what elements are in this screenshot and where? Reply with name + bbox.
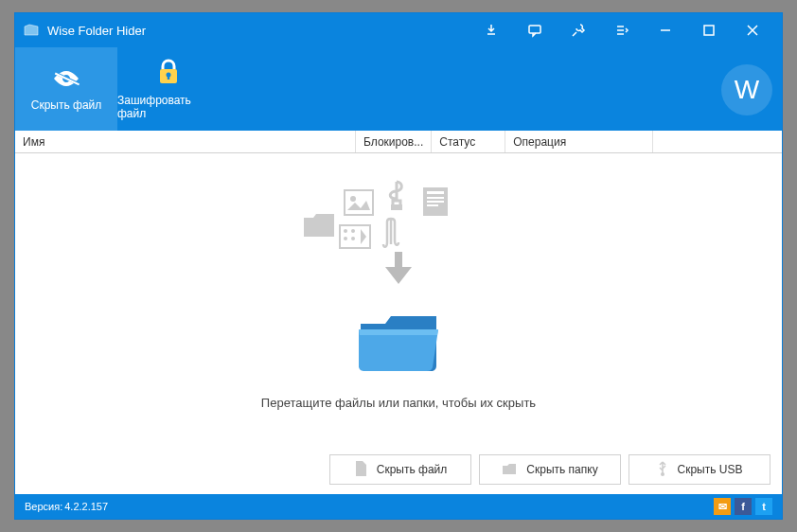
pin-icon[interactable] bbox=[469, 13, 513, 47]
tab-hide-file[interactable]: Скрыть файл bbox=[15, 47, 117, 131]
col-name[interactable]: Имя bbox=[15, 131, 356, 152]
button-label: Скрыть папку bbox=[526, 463, 597, 476]
svg-rect-11 bbox=[427, 197, 444, 199]
arrow-down-icon bbox=[380, 250, 417, 290]
mail-icon[interactable]: ✉ bbox=[714, 498, 731, 515]
button-label: Скрыть файл bbox=[377, 463, 448, 476]
svg-point-17 bbox=[344, 237, 347, 240]
statusbar: Версия: 4.2.2.157 ✉ f t bbox=[15, 494, 782, 519]
drop-area[interactable]: Перетащите файлы или папки, чтобы их скр… bbox=[15, 153, 782, 494]
svg-rect-6 bbox=[168, 76, 169, 80]
main-area: Перетащите файлы или папки, чтобы их скр… bbox=[15, 153, 782, 494]
bottom-buttons: Скрыть файл Скрыть папку Скрыть USB bbox=[329, 454, 770, 485]
svg-rect-7 bbox=[345, 190, 373, 215]
button-label: Скрыть USB bbox=[678, 463, 743, 476]
file-icon bbox=[354, 461, 367, 479]
svg-point-15 bbox=[344, 229, 347, 233]
social-links: ✉ f t bbox=[714, 498, 772, 515]
tab-encrypt-file[interactable]: Зашифровать файл bbox=[117, 47, 220, 131]
menu-icon[interactable] bbox=[600, 13, 644, 47]
column-headers: Имя Блокиров... Статус Операция bbox=[15, 131, 782, 153]
hide-folder-button[interactable]: Скрыть папку bbox=[479, 454, 621, 485]
svg-point-18 bbox=[351, 237, 355, 240]
svg-point-19 bbox=[661, 472, 664, 476]
version-value: 4.2.2.157 bbox=[64, 501, 108, 512]
hide-file-button[interactable]: Скрыть файл bbox=[329, 454, 471, 485]
hide-usb-button[interactable]: Скрыть USB bbox=[629, 454, 770, 485]
tools-icon[interactable] bbox=[557, 13, 600, 47]
app-icon bbox=[23, 22, 40, 39]
brand-logo: W bbox=[721, 64, 772, 115]
usb-icon bbox=[657, 461, 668, 479]
app-window: Wise Folder Hider Скрыть файл Зашифроват… bbox=[14, 12, 783, 520]
col-operation[interactable]: Операция bbox=[505, 131, 653, 152]
svg-point-16 bbox=[351, 229, 355, 233]
app-title: Wise Folder Hider bbox=[47, 24, 146, 38]
toolbar: Скрыть файл Зашифровать файл W bbox=[15, 47, 782, 131]
twitter-icon[interactable]: t bbox=[755, 498, 772, 515]
svg-rect-12 bbox=[427, 201, 444, 203]
titlebar-buttons bbox=[469, 13, 774, 47]
titlebar: Wise Folder Hider bbox=[15, 13, 782, 47]
tab-label: Зашифровать файл bbox=[117, 94, 220, 120]
facebook-icon[interactable]: f bbox=[735, 498, 752, 515]
svg-rect-13 bbox=[427, 204, 438, 206]
drop-text: Перетащите файлы или папки, чтобы их скр… bbox=[261, 396, 536, 410]
svg-rect-1 bbox=[704, 26, 714, 35]
minimize-button[interactable] bbox=[644, 13, 687, 47]
maximize-button[interactable] bbox=[687, 13, 731, 47]
col-lock[interactable]: Блокиров... bbox=[356, 131, 432, 152]
folder-icon bbox=[502, 462, 517, 478]
feedback-icon[interactable] bbox=[513, 13, 557, 47]
file-type-icons bbox=[285, 180, 512, 256]
col-status[interactable]: Статус bbox=[432, 131, 505, 152]
version-label: Версия: bbox=[25, 501, 62, 512]
folder-icon bbox=[353, 307, 444, 379]
close-button[interactable] bbox=[731, 13, 774, 47]
svg-rect-0 bbox=[529, 26, 540, 33]
svg-point-8 bbox=[350, 196, 356, 202]
lock-icon bbox=[156, 59, 181, 88]
col-spacer bbox=[653, 131, 782, 152]
svg-rect-10 bbox=[427, 191, 444, 194]
tab-label: Скрыть файл bbox=[31, 98, 102, 112]
eye-slash-icon bbox=[50, 67, 82, 93]
